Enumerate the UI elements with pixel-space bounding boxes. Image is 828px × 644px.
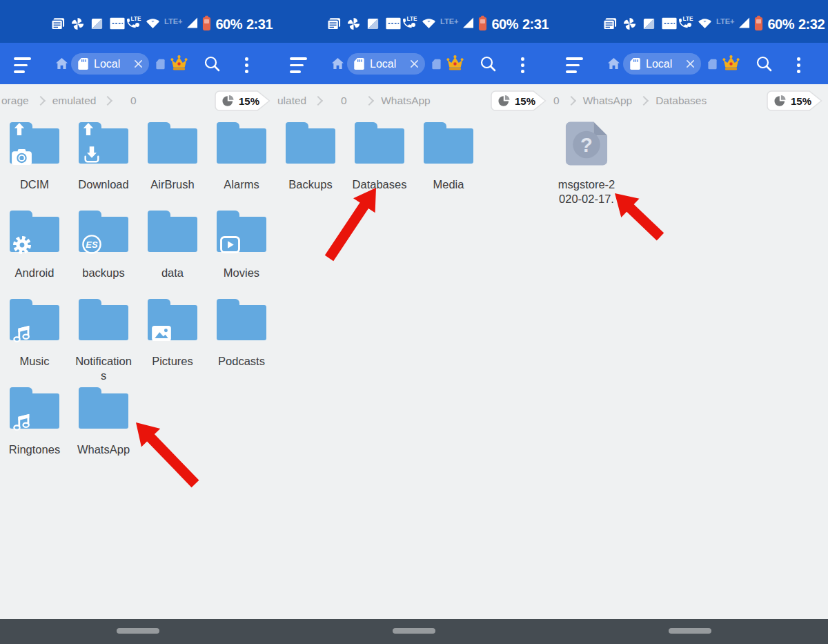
search-icon[interactable] <box>204 55 221 75</box>
premium-crown-icon[interactable] <box>170 55 188 74</box>
breadcrumb-item[interactable]: WhatsApp <box>583 95 633 107</box>
storage-usage-badge[interactable]: 15% <box>491 90 547 111</box>
close-tab-icon[interactable] <box>134 59 143 68</box>
storage-usage-badge[interactable]: 15% <box>767 90 823 111</box>
folder-icon <box>79 297 128 340</box>
tab-label: Local <box>370 58 396 70</box>
breadcrumb-item[interactable]: 0 <box>330 95 357 107</box>
lte-plus-label: LTE+ <box>716 17 734 26</box>
lte-plus-label: LTE+ <box>164 17 182 26</box>
home-indicator[interactable] <box>393 628 435 634</box>
status-bar: LTE LTE+ 60% 2:31 <box>0 0 276 43</box>
item-label: Ringtones <box>0 442 69 457</box>
menu-hamburger-icon[interactable] <box>566 57 583 77</box>
folder-icon <box>148 209 197 252</box>
overflow-menu-icon[interactable] <box>797 57 800 76</box>
home-icon[interactable] <box>55 57 68 72</box>
home-indicator[interactable] <box>117 628 159 634</box>
notes-notification-icon <box>603 17 617 33</box>
premium-crown-icon[interactable] <box>446 55 464 74</box>
item-label: Alarms <box>207 177 276 192</box>
svg-text:LTE: LTE <box>407 16 417 22</box>
breadcrumb-item[interactable]: WhatsApp <box>381 95 431 107</box>
folder-item-pictures[interactable]: Pictures <box>138 297 207 386</box>
chevron-right-icon <box>313 96 323 106</box>
folder-item-notifications[interactable]: Notification s <box>69 297 138 386</box>
folder-item-podcasts[interactable]: Podcasts <box>207 297 276 386</box>
file-item-msgstore-2020-02-17-[interactable]: ?msgstore-2 020-02-17. <box>552 121 621 209</box>
folder-icon <box>217 121 266 164</box>
folder-item-media[interactable]: Media <box>414 121 483 209</box>
clock-label: 2:32 <box>798 17 825 32</box>
storage-usage-badge[interactable]: 15% <box>215 90 271 111</box>
folder-item-whatsapp[interactable]: WhatsApp <box>69 386 138 474</box>
folder-item-android[interactable]: Android <box>0 209 69 297</box>
folder-item-alarms[interactable]: Alarms <box>207 121 276 209</box>
item-label: WhatsApp <box>69 442 138 457</box>
breadcrumb-item[interactable]: 0 <box>119 95 147 107</box>
new-tab-sdcard-icon[interactable] <box>431 59 442 72</box>
app-logo-notification-icon <box>662 17 677 32</box>
clock-label: 2:31 <box>522 17 549 32</box>
new-tab-sdcard-icon[interactable] <box>707 59 718 72</box>
close-tab-icon[interactable] <box>410 59 419 68</box>
tab-label: Local <box>94 58 120 70</box>
item-label: AirBrush <box>138 177 207 192</box>
search-icon[interactable] <box>756 55 773 75</box>
file-icon: ? <box>562 121 611 164</box>
folder-item-music[interactable]: Music <box>0 297 69 386</box>
file-manager-screenshot-panel: LTE LTE+ 60% 2:31 <box>0 0 276 619</box>
usage-percent-label: 15% <box>515 95 535 107</box>
folder-item-backups[interactable]: Backups <box>276 121 345 209</box>
music-icon <box>12 412 32 432</box>
folder-item-airbrush[interactable]: AirBrush <box>138 121 207 209</box>
local-tab[interactable]: Local <box>71 53 149 75</box>
folder-item-download[interactable]: Download <box>69 121 138 209</box>
folder-item-movies[interactable]: Movies <box>207 209 276 297</box>
battery-percent-label: 60% <box>491 17 518 32</box>
pinwheel-notification-icon <box>347 17 360 33</box>
gear-icon <box>12 235 32 255</box>
folder-item-data[interactable]: data <box>138 209 207 297</box>
breadcrumb-item[interactable]: ulated <box>277 95 306 107</box>
folder-icon <box>148 121 197 164</box>
menu-hamburger-icon[interactable] <box>290 57 307 77</box>
search-icon[interactable] <box>480 55 497 75</box>
es-icon: ES <box>81 234 102 255</box>
overflow-menu-icon[interactable] <box>521 57 524 76</box>
close-tab-icon[interactable] <box>686 59 695 68</box>
folder-item-ringtones[interactable]: Ringtones <box>0 386 69 474</box>
local-tab[interactable]: Local <box>347 53 425 75</box>
folder-item-databases[interactable]: Databases <box>345 121 414 209</box>
overflow-menu-icon[interactable] <box>245 57 248 76</box>
local-tab[interactable]: Local <box>623 53 701 75</box>
item-label: Backups <box>276 177 345 192</box>
item-label: Podcasts <box>207 354 276 369</box>
item-label: msgstore-2 020-02-17. <box>552 177 621 206</box>
premium-crown-icon[interactable] <box>722 55 740 74</box>
play-icon <box>220 236 240 253</box>
breadcrumb: orageemulated0 15% <box>0 84 276 117</box>
svg-text:ES: ES <box>86 240 98 250</box>
folder-icon <box>10 121 59 164</box>
new-tab-sdcard-icon[interactable] <box>155 59 166 72</box>
pie-chart-icon <box>773 94 787 108</box>
battery-icon <box>202 15 211 34</box>
menu-hamburger-icon[interactable] <box>14 57 31 77</box>
battery-icon <box>754 15 763 34</box>
folder-icon <box>10 297 59 340</box>
breadcrumb-item[interactable]: Databases <box>656 95 707 107</box>
breadcrumb-item[interactable]: orage <box>1 95 29 107</box>
folder-item-backups[interactable]: ESbackups <box>69 209 138 297</box>
breadcrumb-item[interactable]: emulated <box>52 95 97 107</box>
home-icon[interactable] <box>331 57 344 72</box>
photo-notification-icon <box>366 17 379 33</box>
pinwheel-notification-icon <box>71 17 84 33</box>
home-indicator[interactable] <box>669 628 711 634</box>
home-icon[interactable] <box>607 57 620 72</box>
breadcrumb-item[interactable]: 0 <box>553 95 560 107</box>
item-label: Notification s <box>69 354 138 383</box>
folder-item-dcim[interactable]: DCIM <box>0 121 69 209</box>
usage-percent-label: 15% <box>791 95 811 107</box>
item-label: Android <box>0 266 69 280</box>
